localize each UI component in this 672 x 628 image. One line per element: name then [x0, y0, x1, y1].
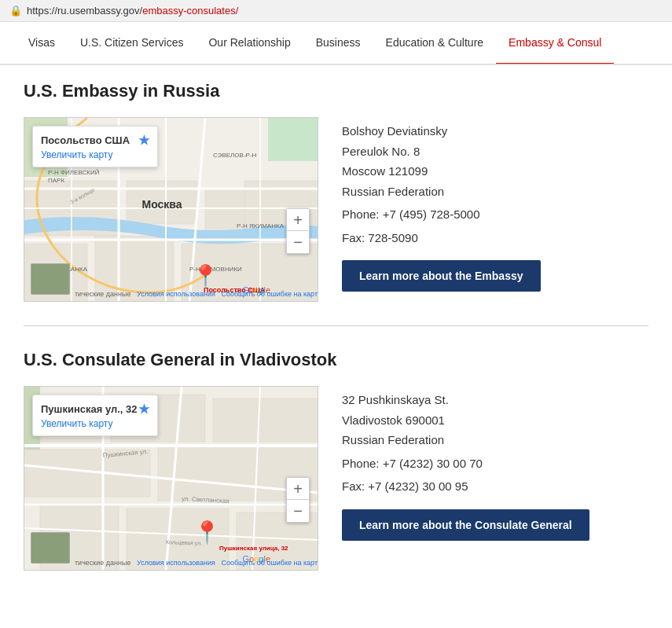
nav-item-education-culture[interactable]: Education & Culture	[373, 22, 497, 65]
main-content: U.S. Embassy in Russia	[0, 65, 672, 602]
consulate-phone: Phone: +7 (4232) 30 00 70	[342, 454, 648, 474]
star-icon: ★	[138, 133, 149, 148]
consulate-map-thumbnail	[31, 532, 70, 564]
address-bar: 🔒 https://ru.usembassy.gov/embassy-consu…	[0, 0, 672, 22]
consulate-addr-line3: Russian Federation	[342, 430, 648, 450]
main-nav: Visas U.S. Citizen Services Our Relation…	[0, 22, 672, 65]
consulate-address: 32 Pushkinskaya St. Vladivostok 690001 R…	[342, 386, 648, 571]
nav-item-citizen-services[interactable]: U.S. Citizen Services	[68, 22, 196, 65]
consulate-map-bg: ул. Светланская Пушкинская ул. Кольцевая…	[24, 387, 318, 570]
lock-icon: 🔒	[9, 5, 22, 17]
embassy-address: Bolshoy Deviatinsky Pereulok No. 8 Mosco…	[342, 117, 648, 302]
svg-text:Р-Н ФИЛЕВСКИЙ: Р-Н ФИЛЕВСКИЙ	[48, 169, 100, 176]
nav-item-embassy[interactable]: Embassy & Consul	[496, 22, 614, 65]
svg-rect-8	[268, 118, 318, 161]
embassy-map-controls: + −	[286, 208, 310, 254]
consulate-block: ул. Светланская Пушкинская ул. Кольцевая…	[24, 386, 648, 571]
embassy-addr-line2: Pereulok No. 8	[342, 141, 648, 162]
embassy-map-thumbnail	[31, 263, 70, 295]
embassy-phone: Phone: +7 (495) 728-5000	[342, 204, 648, 225]
embassy-enlarge-link[interactable]: Увеличить карту	[41, 149, 149, 160]
embassy-fax: Fax: 728-5090	[342, 228, 648, 248]
embassy-addr-line3: Moscow 121099	[342, 161, 648, 182]
consulate-addr-line1: 32 Pushkinskaya St.	[342, 390, 648, 410]
consulate-map-tooltip: Пушкинская ул., 32 ★ Увеличить карту	[32, 395, 158, 436]
consulate-zoom-out[interactable]: −	[287, 500, 309, 522]
svg-text:Москва: Москва	[141, 198, 182, 211]
svg-text:Р-Н ЯКИМАНКА: Р-Н ЯКИМАНКА	[237, 222, 285, 230]
embassy-tooltip-title: Посольство США ★	[41, 133, 149, 148]
consulate-map-controls: + −	[286, 477, 310, 523]
consulate-star-icon: ★	[138, 402, 149, 417]
consulate-fax: Fax: +7 (4232) 30 00 95	[342, 476, 648, 497]
consulate-tooltip-title: Пушкинская ул., 32 ★	[41, 402, 149, 417]
consulate-zoom-in[interactable]: +	[287, 478, 309, 500]
url-text: https://ru.usembassy.gov/embassy-consula…	[27, 5, 238, 17]
consulate-learn-more-button[interactable]: Learn more about the Consulate General	[342, 509, 589, 541]
consulate-title: U.S. Consulate General in Vladivostok	[24, 350, 648, 370]
nav-item-visas[interactable]: Visas	[16, 22, 68, 65]
embassy-learn-more-button[interactable]: Learn more about the Embassy	[342, 260, 541, 292]
section-divider	[24, 325, 648, 326]
embassy-addr-line4: Russian Federation	[342, 182, 648, 202]
consulate-map-pin: 📍	[193, 522, 221, 544]
embassy-title: U.S. Embassy in Russia	[24, 81, 648, 101]
embassy-zoom-in[interactable]: +	[287, 209, 309, 231]
embassy-block: Москва Р-Н ФИЛЕВСКИЙ ПАРК Р-Н ЯКИМАНКА Р…	[24, 117, 648, 302]
svg-text:Пушкинская улица, 32: Пушкинская улица, 32	[219, 545, 288, 552]
svg-rect-32	[24, 450, 150, 497]
svg-rect-31	[213, 398, 318, 442]
consulate-map[interactable]: ул. Светланская Пушкинская ул. Кольцевая…	[24, 386, 318, 571]
embassy-map-pin: 📍	[192, 266, 219, 288]
nav-item-our-relationship[interactable]: Our Relationship	[196, 22, 303, 65]
embassy-map-footer: тические данные Условия использования Со…	[75, 290, 318, 298]
embassy-map-bg: Москва Р-Н ФИЛЕВСКИЙ ПАРК Р-Н ЯКИМАНКА Р…	[24, 118, 318, 301]
svg-text:ПАРК: ПАРК	[48, 177, 64, 184]
embassy-map-tooltip: Посольство США ★ Увеличить карту	[32, 126, 158, 167]
consulate-addr-line2: Vladivostok 690001	[342, 410, 648, 431]
embassy-zoom-out[interactable]: −	[287, 231, 309, 253]
nav-item-business[interactable]: Business	[303, 22, 373, 65]
consulate-enlarge-link[interactable]: Увеличить карту	[41, 418, 149, 429]
embassy-addr-line1: Bolshoy Deviatinsky	[342, 121, 648, 141]
svg-text:СЭВЕЛОВ-Р-Н: СЭВЕЛОВ-Р-Н	[213, 152, 257, 159]
consulate-map-footer: тические данные Условия использования Со…	[75, 559, 318, 567]
embassy-map[interactable]: Москва Р-Н ФИЛЕВСКИЙ ПАРК Р-Н ЯКИМАНКА Р…	[24, 117, 318, 302]
